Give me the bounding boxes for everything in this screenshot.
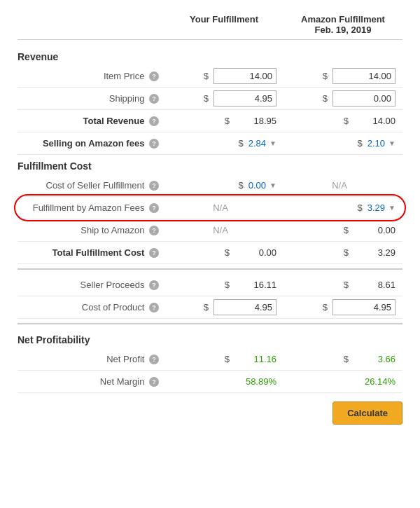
shipping-your-currency: $ [204,93,209,104]
cost-seller-your-link[interactable]: 0.00 [248,180,266,191]
cost-product-amazon-input[interactable] [332,299,396,315]
cost-product-info-icon[interactable]: ? [149,303,159,313]
shipping-amazon-currency: $ [323,93,328,104]
divider-1 [18,268,402,270]
item-price-your-col: $ [164,68,284,84]
fulfillment-amazon-info-icon[interactable]: ? [149,203,159,213]
cost-seller-your-col: $ 0.00 ▼ [164,180,284,191]
ship-amazon-info-icon[interactable]: ? [149,226,159,235]
total-fulfillment-your-col: $ 0.00 [164,247,284,258]
seller-proceeds-info-icon[interactable]: ? [149,280,159,290]
ship-amazon-your-na: N/A [164,225,276,235]
selling-fees-your-currency: $ [239,138,244,149]
shipping-your-input[interactable] [214,90,276,107]
total-revenue-your-col: $ 18.95 [164,116,284,126]
total-fulfillment-your-currency: $ [225,247,230,258]
total-fulfillment-info-icon[interactable]: ? [149,248,159,258]
shipping-amazon-input[interactable] [332,90,396,107]
item-price-info-icon[interactable]: ? [149,71,159,81]
cost-product-amazon-currency: $ [323,302,328,313]
item-price-your-input[interactable] [214,68,276,84]
divider-2 [18,323,402,324]
item-price-amazon-col: $ [284,68,402,84]
total-fulfillment-label: Total Fulfillment Cost ? [18,247,164,259]
fulfillment-amazon-amazon-link[interactable]: 3.29 [368,202,385,213]
fulfillment-amazon-row: Fulfillment by Amazon Fees ? N/A $ 3.29 … [18,197,402,219]
item-price-row: Item Price ? $ $ [18,65,402,88]
seller-proceeds-label: Seller Proceeds ? [18,280,164,291]
cost-seller-amazon-col: N/A [284,180,402,191]
selling-fees-your-col: $ 2.84 ▼ [164,138,284,149]
selling-fees-amazon-col: $ 2.10 ▼ [284,138,402,149]
seller-proceeds-row: Seller Proceeds ? $ 16.11 $ 8.61 [18,274,402,296]
selling-fees-your-link[interactable]: 2.84 [248,138,266,149]
cost-product-row: Cost of Product ? $ $ [18,296,402,319]
ship-amazon-amazon-value: 0.00 [354,225,396,235]
shipping-amazon-col: $ [284,90,402,107]
cost-seller-your-currency: $ [239,180,244,191]
cost-seller-amazon-na: N/A [284,180,396,191]
fulfillment-amazon-label: Fulfillment by Amazon Fees ? [18,202,164,214]
net-profit-your-currency: $ [225,354,230,364]
total-fulfillment-amazon-currency: $ [344,247,349,258]
selling-fees-your-arrow: ▼ [270,139,276,147]
revenue-section-header: Revenue [18,46,402,65]
cost-product-label: Cost of Product ? [18,302,164,313]
cost-product-amazon-col: $ [284,299,402,315]
seller-proceeds-amazon-value: 8.61 [354,280,396,290]
total-revenue-info-icon[interactable]: ? [149,116,159,126]
total-revenue-amazon-col: $ 14.00 [284,116,402,126]
ship-amazon-row: Ship to Amazon ? N/A $ 0.00 [18,219,402,242]
fulfillment-amazon-amazon-currency: $ [358,202,363,213]
ship-amazon-your-col: N/A [164,225,284,235]
item-price-label: Item Price ? [18,71,164,82]
net-profit-amazon-col: $ 3.66 [284,354,402,364]
total-revenue-label: Total Revenue ? [18,116,164,127]
shipping-info-icon[interactable]: ? [149,94,159,104]
calculate-button[interactable]: Calculate [332,401,402,425]
net-margin-label: Net Margin ? [18,376,164,387]
fulfillment-amazon-your-na: N/A [164,202,276,213]
selling-fees-info-icon[interactable]: ? [149,139,159,149]
total-fulfillment-amazon-col: $ 3.29 [284,247,402,258]
seller-proceeds-your-currency: $ [225,280,230,290]
net-profit-amazon-value: 3.66 [354,354,396,364]
total-revenue-row: Total Revenue ? $ 18.95 $ 14.00 [18,110,402,132]
your-fulfillment-header: Your Fulfillment [164,14,284,35]
fulfillment-amazon-your-col: N/A [164,202,284,213]
cost-product-your-col: $ [164,299,284,315]
total-revenue-amazon-value: 14.00 [354,116,396,126]
net-profit-your-col: $ 11.16 [164,354,284,364]
selling-fees-row: Selling on Amazon fees ? $ 2.84 ▼ $ 2.10… [18,132,402,155]
calculator-container: Your Fulfillment Amazon FulfillmentFeb. … [7,7,413,432]
net-margin-your-col: 58.89% [164,376,284,387]
seller-proceeds-your-value: 16.11 [234,280,276,290]
total-fulfillment-row: Total Fulfillment Cost ? $ 0.00 $ 3.29 [18,242,402,264]
total-fulfillment-amazon-value: 3.29 [354,247,396,258]
amazon-fulfillment-header: Amazon FulfillmentFeb. 19, 2019 [284,14,402,35]
fulfillment-amazon-amazon-arrow: ▼ [388,204,396,212]
cost-seller-label: Cost of Seller Fulfillment ? [18,180,164,191]
total-fulfillment-your-value: 0.00 [234,247,276,258]
cost-product-your-input[interactable] [214,299,276,315]
shipping-your-col: $ [164,90,284,107]
selling-fees-amazon-link[interactable]: 2.10 [368,138,385,149]
seller-proceeds-amazon-currency: $ [344,280,349,290]
total-revenue-your-value: 18.95 [234,116,276,126]
seller-proceeds-amazon-col: $ 8.61 [284,280,402,290]
shipping-label: Shipping ? [18,93,164,104]
ship-amazon-amazon-currency: $ [344,225,349,235]
net-profit-info-icon[interactable]: ? [149,355,159,364]
cost-product-your-currency: $ [204,302,209,313]
item-price-amazon-currency: $ [323,71,328,81]
cost-seller-info-icon[interactable]: ? [149,181,159,191]
net-profit-row: Net Profit ? $ 11.16 $ 3.66 [18,348,402,371]
net-margin-info-icon[interactable]: ? [149,377,159,387]
seller-proceeds-your-col: $ 16.11 [164,280,284,290]
item-price-amazon-input[interactable] [332,68,396,84]
ship-amazon-label: Ship to Amazon ? [18,225,164,236]
net-profit-amazon-currency: $ [344,354,349,364]
total-revenue-your-currency: $ [225,116,230,126]
fulfillment-section-header: Fulfillment Cost [18,155,402,174]
table-header: Your Fulfillment Amazon FulfillmentFeb. … [18,14,402,40]
